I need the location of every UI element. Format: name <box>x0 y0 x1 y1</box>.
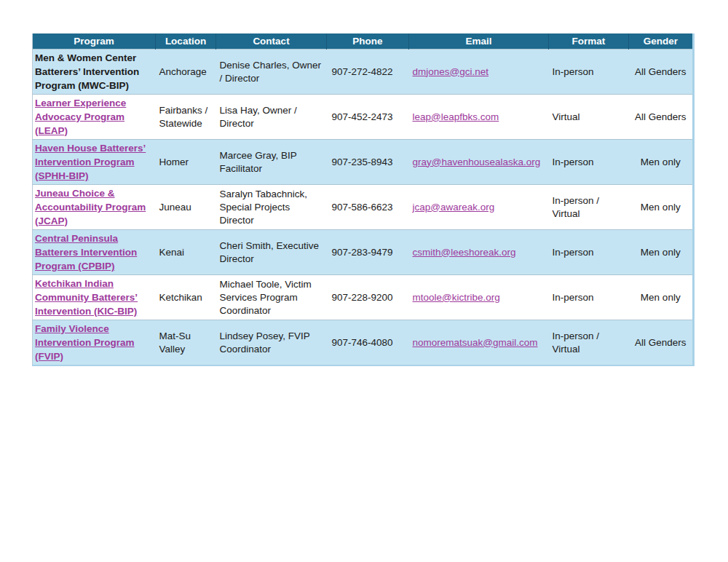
column-header-email: Email <box>409 33 549 50</box>
phone-cell: 907-586-6623 <box>327 185 409 230</box>
location-cell: Mat-Su Valley <box>156 320 216 366</box>
location-cell: Homer <box>156 140 216 185</box>
gender-cell: Men only <box>629 230 694 275</box>
program-cell: Family Violence Intervention Program (FV… <box>33 320 156 366</box>
contact-cell: Saralyn Tabachnick, Special Projects Dir… <box>216 185 327 230</box>
table-header-row: ProgramLocationContactPhoneEmailFormatGe… <box>33 33 694 50</box>
contact-cell: Lindsey Posey, FVIP Coordinator <box>216 320 327 366</box>
program-cell: Central Peninsula Batterers Intervention… <box>33 230 156 275</box>
email-cell: jcap@awareak.org <box>409 185 549 230</box>
document-page: ProgramLocationContactPhoneEmailFormatGe… <box>0 0 728 562</box>
table-row: Family Violence Intervention Program (FV… <box>33 320 694 366</box>
program-link[interactable]: Central Peninsula Batterers Intervention… <box>35 233 137 272</box>
program-link[interactable]: Haven House Batterers’ Intervention Prog… <box>35 143 146 181</box>
email-cell: mtoole@kictribe.org <box>409 275 549 320</box>
table-row: Men & Women Center Batterers’ Interventi… <box>33 50 694 95</box>
column-header-format: Format <box>549 33 629 50</box>
table-row: Juneau Choice & Accountability Program (… <box>33 185 694 230</box>
format-cell: In-person <box>549 230 629 275</box>
program-link[interactable]: Juneau Choice & Accountability Program (… <box>35 188 146 226</box>
email-cell: leap@leapfbks.com <box>409 95 549 140</box>
column-header-program: Program <box>33 33 156 50</box>
email-link[interactable]: mtoole@kictribe.org <box>413 292 500 303</box>
program-link[interactable]: Ketchikan Indian Community Batterers’ In… <box>35 278 138 317</box>
location-cell: Anchorage <box>156 50 216 95</box>
email-link[interactable]: leap@leapfbks.com <box>413 111 499 122</box>
program-cell: Haven House Batterers’ Intervention Prog… <box>33 140 156 185</box>
gender-cell: Men only <box>629 275 694 320</box>
format-cell: In-person / Virtual <box>549 320 629 366</box>
column-header-gender: Gender <box>629 33 694 50</box>
location-cell: Ketchikan <box>156 275 216 320</box>
program-cell: Juneau Choice & Accountability Program (… <box>33 185 156 230</box>
column-header-contact: Contact <box>216 33 327 50</box>
column-header-phone: Phone <box>327 33 409 50</box>
location-cell: Juneau <box>156 185 216 230</box>
format-cell: Virtual <box>549 95 629 140</box>
email-cell: gray@havenhousealaska.org <box>409 140 549 185</box>
table-row: Central Peninsula Batterers Intervention… <box>33 230 694 275</box>
program-cell: Learner Experience Advocacy Program (LEA… <box>33 95 156 140</box>
gender-cell: All Genders <box>629 320 694 366</box>
phone-cell: 907-228-9200 <box>327 275 409 320</box>
email-cell: csmith@leeshoreak.org <box>409 230 549 275</box>
location-cell: Kenai <box>156 230 216 275</box>
email-cell: dmjones@gci.net <box>409 50 549 95</box>
contact-cell: Marcee Gray, BIP Facilitator <box>216 140 327 185</box>
program-name: Men & Women Center Batterers’ Interventi… <box>35 52 139 91</box>
contact-cell: Lisa Hay, Owner / Director <box>216 95 327 140</box>
email-link[interactable]: gray@havenhousealaska.org <box>413 157 541 167</box>
table-row: Haven House Batterers’ Intervention Prog… <box>33 140 694 185</box>
column-header-location: Location <box>156 33 216 50</box>
format-cell: In-person <box>549 140 629 185</box>
email-link[interactable]: nomorematsuak@gmail.com <box>413 337 538 348</box>
gender-cell: All Genders <box>629 95 694 140</box>
gender-cell: Men only <box>629 185 694 230</box>
programs-table: ProgramLocationContactPhoneEmailFormatGe… <box>32 33 695 366</box>
program-link[interactable]: Family Violence Intervention Program (FV… <box>35 323 135 362</box>
email-link[interactable]: dmjones@gci.net <box>413 66 489 77</box>
phone-cell: 907-235-8943 <box>327 140 409 185</box>
table-row: Learner Experience Advocacy Program (LEA… <box>33 95 694 140</box>
program-cell: Ketchikan Indian Community Batterers’ In… <box>33 275 156 320</box>
email-link[interactable]: jcap@awareak.org <box>413 202 495 213</box>
phone-cell: 907-746-4080 <box>327 320 409 366</box>
email-cell: nomorematsuak@gmail.com <box>409 320 549 366</box>
program-link[interactable]: Learner Experience Advocacy Program (LEA… <box>35 98 126 136</box>
gender-cell: Men only <box>629 140 694 185</box>
gender-cell: All Genders <box>629 50 694 95</box>
table-row: Ketchikan Indian Community Batterers’ In… <box>33 275 694 320</box>
program-cell: Men & Women Center Batterers’ Interventi… <box>33 50 156 95</box>
phone-cell: 907-283-9479 <box>327 230 409 275</box>
phone-cell: 907-452-2473 <box>327 95 409 140</box>
format-cell: In-person <box>549 50 629 95</box>
location-cell: Fairbanks / Statewide <box>156 95 216 140</box>
contact-cell: Michael Toole, Victim Services Program C… <box>216 275 327 320</box>
phone-cell: 907-272-4822 <box>327 50 409 95</box>
format-cell: In-person / Virtual <box>549 185 629 230</box>
contact-cell: Denise Charles, Owner / Director <box>216 50 327 95</box>
format-cell: In-person <box>549 275 629 320</box>
email-link[interactable]: csmith@leeshoreak.org <box>413 247 516 258</box>
contact-cell: Cheri Smith, Executive Director <box>216 230 327 275</box>
